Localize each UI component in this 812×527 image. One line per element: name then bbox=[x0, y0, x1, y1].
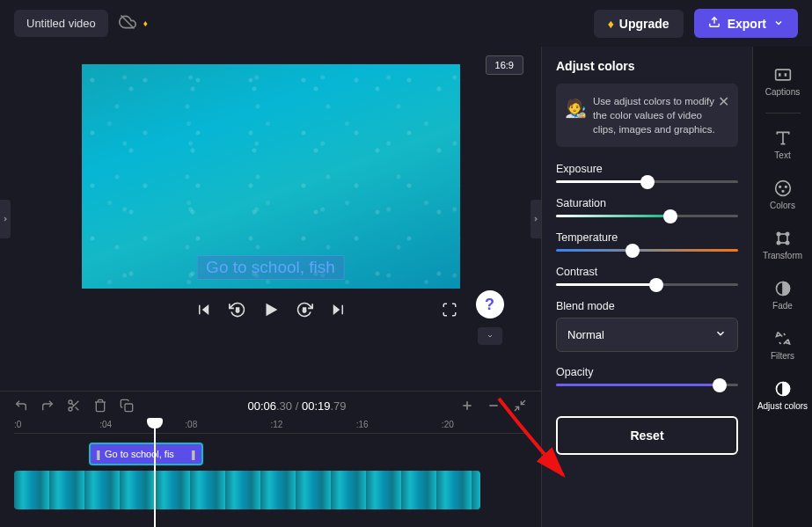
upload-icon bbox=[708, 16, 721, 31]
playhead[interactable] bbox=[154, 420, 156, 527]
caption-overlay[interactable]: Go to school, fish bbox=[196, 255, 345, 280]
collapse-preview-icon[interactable] bbox=[478, 327, 502, 345]
captions-icon: ‖ bbox=[96, 449, 101, 460]
svg-point-26 bbox=[782, 191, 784, 193]
duplicate-icon[interactable] bbox=[120, 399, 134, 413]
timeline[interactable]: :0:04:08:12:16:20 ‖ Go to school, fis ‖ bbox=[0, 420, 541, 527]
transform-icon bbox=[774, 230, 792, 247]
left-panel-toggle[interactable] bbox=[0, 200, 11, 238]
cloud-sync-icon[interactable] bbox=[119, 13, 136, 34]
fullscreen-icon[interactable] bbox=[439, 299, 460, 320]
svg-point-23 bbox=[775, 181, 790, 196]
palette-icon bbox=[774, 179, 792, 197]
svg-point-29 bbox=[786, 232, 788, 235]
exposure-label: Exposure bbox=[556, 163, 738, 175]
upgrade-label: Upgrade bbox=[619, 17, 669, 31]
forward-5-icon[interactable]: 5 bbox=[294, 299, 315, 320]
cut-icon[interactable] bbox=[67, 399, 81, 413]
panel-title: Adjust colors bbox=[556, 59, 738, 73]
sidebar-item-adjust-colors[interactable]: Adjust colors bbox=[753, 373, 812, 418]
help-button[interactable]: ? bbox=[476, 290, 504, 318]
svg-text:5: 5 bbox=[236, 307, 239, 313]
svg-rect-14 bbox=[125, 404, 133, 412]
temperature-slider[interactable] bbox=[556, 249, 738, 252]
svg-point-28 bbox=[777, 232, 779, 235]
right-panel-toggle[interactable] bbox=[530, 200, 541, 238]
svg-line-13 bbox=[71, 403, 74, 406]
crown-icon: ♦ bbox=[608, 17, 614, 31]
fit-timeline-icon[interactable] bbox=[513, 399, 527, 413]
video-preview[interactable]: Go to school, fish bbox=[82, 64, 460, 289]
blend-mode-label: Blend mode bbox=[556, 300, 738, 312]
svg-rect-20 bbox=[775, 70, 790, 80]
sidebar-item-transform[interactable]: Transform bbox=[753, 223, 812, 267]
play-icon[interactable] bbox=[260, 299, 282, 320]
svg-line-19 bbox=[515, 406, 519, 411]
aspect-ratio-badge[interactable]: 16:9 bbox=[486, 55, 523, 75]
premium-badge-icon: ♦ bbox=[143, 18, 148, 28]
rewind-5-icon[interactable]: 5 bbox=[227, 299, 248, 320]
right-sidebar: Captions Text Colors Transform Fade Filt… bbox=[752, 47, 812, 527]
sidebar-item-colors[interactable]: Colors bbox=[753, 172, 812, 217]
opacity-slider[interactable] bbox=[556, 384, 738, 386]
chevron-down-icon bbox=[773, 17, 784, 31]
chevron-down-icon bbox=[714, 327, 727, 342]
saturation-slider[interactable] bbox=[556, 215, 738, 217]
redo-icon[interactable] bbox=[40, 399, 55, 413]
video-clip[interactable] bbox=[14, 471, 480, 509]
timeline-ruler[interactable]: :0:04:08:12:16:20 bbox=[14, 420, 527, 434]
tip-box: 🧑‍🎨 Use adjust colors to modify the colo… bbox=[556, 84, 738, 147]
svg-text:5: 5 bbox=[303, 307, 306, 313]
svg-point-9 bbox=[69, 400, 72, 404]
filters-icon bbox=[774, 330, 792, 348]
adjust-colors-panel: Adjust colors 🧑‍🎨 Use adjust colors to m… bbox=[541, 47, 752, 527]
svg-point-24 bbox=[779, 187, 780, 188]
captions-icon bbox=[774, 66, 792, 84]
svg-line-12 bbox=[76, 407, 79, 411]
trash-icon[interactable] bbox=[93, 399, 107, 413]
svg-point-30 bbox=[777, 241, 779, 244]
sidebar-item-filters[interactable]: Filters bbox=[753, 323, 812, 368]
svg-marker-2 bbox=[201, 304, 208, 315]
contrast-label: Contrast bbox=[556, 266, 738, 278]
upgrade-button[interactable]: ♦ Upgrade bbox=[594, 10, 684, 38]
caption-clip[interactable]: ‖ Go to school, fis ‖ bbox=[89, 443, 203, 465]
undo-icon[interactable] bbox=[14, 399, 28, 413]
sidebar-item-fade[interactable]: Fade bbox=[753, 273, 812, 318]
time-display: 00:06.30 / 00:19.79 bbox=[146, 399, 448, 413]
text-icon bbox=[774, 129, 792, 147]
export-label: Export bbox=[728, 17, 766, 31]
close-tip-icon[interactable]: ✕ bbox=[718, 92, 729, 112]
skip-forward-icon[interactable] bbox=[327, 299, 348, 320]
sidebar-item-text[interactable]: Text bbox=[753, 122, 812, 167]
svg-point-31 bbox=[786, 241, 788, 244]
exposure-slider[interactable] bbox=[556, 180, 738, 183]
adjust-colors-icon bbox=[774, 380, 792, 398]
sidebar-item-captions[interactable]: Captions bbox=[753, 59, 812, 104]
skip-back-icon[interactable] bbox=[194, 299, 215, 320]
svg-marker-7 bbox=[333, 304, 340, 315]
svg-marker-5 bbox=[266, 304, 277, 317]
zoom-in-icon[interactable] bbox=[460, 399, 474, 413]
svg-line-18 bbox=[521, 400, 525, 405]
saturation-label: Saturation bbox=[556, 197, 738, 209]
project-title[interactable]: Untitled video bbox=[14, 10, 108, 37]
zoom-out-icon[interactable] bbox=[486, 399, 501, 413]
svg-point-10 bbox=[69, 407, 72, 411]
clip-handle-icon: ‖ bbox=[191, 449, 196, 460]
blend-mode-select[interactable]: Normal bbox=[556, 318, 738, 352]
reset-button[interactable]: Reset bbox=[556, 416, 738, 455]
opacity-label: Opacity bbox=[556, 366, 738, 378]
fade-icon bbox=[774, 280, 792, 297]
temperature-label: Temperature bbox=[556, 231, 738, 244]
svg-point-25 bbox=[785, 187, 786, 188]
contrast-slider[interactable] bbox=[556, 283, 738, 286]
export-button[interactable]: Export bbox=[694, 9, 798, 38]
painter-emoji-icon: 🧑‍🎨 bbox=[565, 96, 587, 121]
